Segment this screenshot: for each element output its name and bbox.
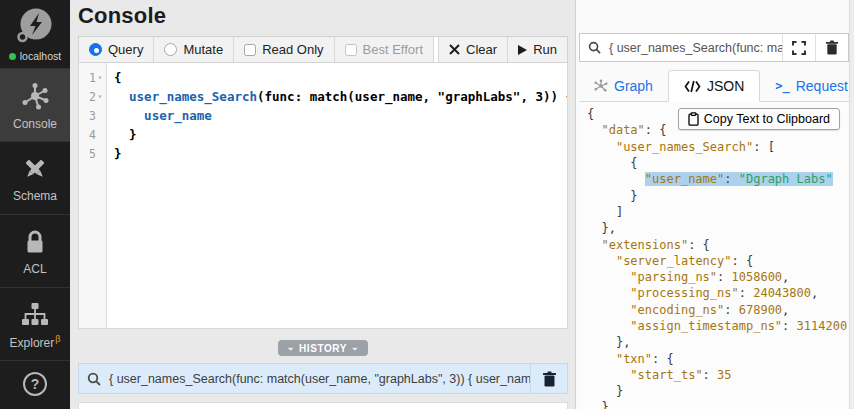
chevron-down-icon: ⌄ [287, 342, 295, 352]
sidebar: localhost Console [0, 0, 70, 409]
query-editor[interactable]: 1▾2▾3 4 5 { user_names_Search(func: matc… [78, 63, 568, 329]
run-button[interactable]: Run [508, 37, 567, 62]
fullscreen-icon [792, 41, 806, 55]
sidebar-item-label: Console [13, 118, 57, 130]
result-query-bar[interactable]: { user_names_Search(func: match(... [579, 33, 849, 62]
clear-result-button[interactable] [815, 34, 848, 61]
clipboard-icon [688, 112, 699, 126]
history-query-text: { user_names_Search(func: match(user_nam… [109, 372, 530, 386]
editor-toolbar: Query Mutate Read Only Best Effort Clear… [78, 36, 568, 63]
radio-icon [164, 43, 177, 56]
trash-icon [542, 371, 557, 387]
checkbox-icon [345, 44, 357, 56]
tab-json[interactable]: JSON [668, 70, 760, 102]
scrollbar-gutter[interactable] [849, 0, 854, 409]
copy-to-clipboard-button[interactable]: Copy Text to Clipboard [678, 108, 840, 130]
svg-text:?: ? [31, 376, 40, 392]
read-only-checkbox[interactable]: Read Only [234, 37, 334, 62]
code-icon [684, 80, 701, 93]
run-play-icon [518, 45, 527, 55]
help-icon: ? [22, 371, 48, 397]
fullscreen-button[interactable] [782, 34, 815, 61]
best-effort-checkbox[interactable]: Best Effort [335, 37, 434, 62]
server-status: localhost [9, 50, 61, 62]
code-lines: { user_names_Search(func: match(user_nam… [107, 63, 568, 328]
beta-badge: β [55, 334, 60, 344]
json-lines: { "data": { "user_names_Search": [ { "us… [587, 106, 849, 409]
tab-request[interactable]: >_ Request [760, 70, 854, 101]
sidebar-item-label: Schema [13, 190, 57, 202]
sidebar-item-label: Explorerβ [10, 335, 61, 349]
history-entry-partial[interactable] [78, 402, 568, 409]
search-icon [580, 41, 609, 54]
sidebar-item-help[interactable]: ? [0, 360, 70, 408]
status-dot-icon [9, 53, 16, 60]
sidebar-item-acl[interactable]: ACL [0, 214, 70, 287]
sidebar-item-explorer[interactable]: Explorerβ [0, 287, 70, 360]
console-graph-icon [20, 81, 50, 111]
delete-history-button[interactable] [530, 364, 567, 393]
console-panel: Console Query Mutate Read Only Best Effo… [70, 0, 576, 409]
sidebar-item-label: ACL [23, 263, 46, 275]
trash-icon [825, 40, 839, 55]
page-title: Console [78, 3, 576, 29]
results-panel: { user_names_Search(func: match(... [575, 0, 854, 409]
checkbox-icon [244, 44, 256, 56]
lock-icon [22, 228, 48, 256]
clear-button[interactable]: Clear [439, 37, 508, 62]
radio-selected-icon [89, 43, 102, 56]
result-tabs: Graph JSON >_ Request [579, 70, 849, 102]
dgraph-logo[interactable]: localhost [0, 0, 70, 68]
result-query-preview: { user_names_Search(func: match(... [609, 41, 782, 55]
sidebar-item-schema[interactable]: Schema [0, 141, 70, 214]
search-icon [79, 372, 109, 386]
sidebar-nav: Console Schema ACL [0, 68, 70, 408]
history-section: ⌄ HISTORY ⌄ { user_names_Search(func: ma… [78, 340, 568, 409]
chevron-down-icon: ⌄ [351, 342, 359, 352]
clear-x-icon [449, 44, 460, 55]
schema-tools-icon [21, 155, 49, 183]
query-radio[interactable]: Query [79, 37, 154, 62]
editor-gutter: 1▾2▾3 4 5 [79, 63, 107, 328]
mutate-radio[interactable]: Mutate [154, 37, 234, 62]
sitemap-icon [20, 300, 50, 328]
history-entry[interactable]: { user_names_Search(func: match(user_nam… [78, 363, 568, 394]
graph-icon [594, 79, 608, 93]
sidebar-item-console[interactable]: Console [0, 68, 70, 141]
tab-graph[interactable]: Graph [579, 70, 668, 101]
dgraph-logo-icon [14, 5, 56, 47]
json-viewer[interactable]: Copy Text to Clipboard { "data": { "user… [579, 102, 849, 409]
server-label: localhost [20, 50, 61, 62]
terminal-icon: >_ [775, 79, 789, 93]
history-toggle[interactable]: ⌄ HISTORY ⌄ [278, 340, 368, 356]
